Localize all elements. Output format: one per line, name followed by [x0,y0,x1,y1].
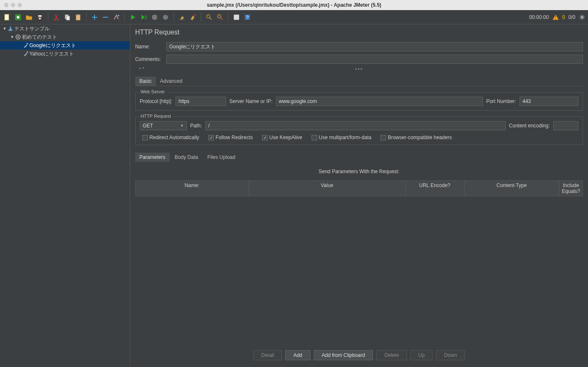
tab-advanced[interactable]: Advanced [156,77,186,86]
port-label: Port Number: [486,98,516,104]
tab-files-upload[interactable]: Files Upload [203,153,240,162]
stop-icon[interactable] [150,13,159,22]
main-toolbar: ? 00:00:00 ! 0 0/0 [0,10,588,24]
encoding-input[interactable] [553,121,578,130]
remove-icon[interactable] [101,13,110,22]
tree-label: 初めてのテスト [22,34,57,41]
shutdown-icon[interactable] [161,13,170,22]
encoding-label: Content encoding: [509,123,550,129]
comments-label: Comments: [135,56,162,62]
bottom-button-bar: Detail Add Add from Clipboard Delete Up … [135,346,583,364]
paste-icon[interactable] [74,13,83,22]
templates-icon[interactable] [13,13,23,22]
reset-search-icon[interactable] [215,13,225,22]
path-input[interactable] [205,121,506,130]
tree-label: テストサンプル [14,25,50,32]
svg-rect-5 [39,18,41,19]
cb-follow-redirects[interactable]: ✓Follow Redirects [208,135,253,140]
chevron-down-icon: ▼ [180,124,184,128]
name-input[interactable] [166,42,583,51]
web-server-fieldset: Web Server Protocol [http]: Server Name … [135,92,583,111]
col-value[interactable]: Value [249,181,406,196]
flask-icon [7,25,14,32]
function-helper-icon[interactable] [232,13,241,22]
add-from-clipboard-button[interactable]: Add from Clipboard [314,350,373,360]
save-icon[interactable] [35,13,45,22]
tree-item-http-request-yahoo[interactable]: Yahooにリクエスト [0,50,130,58]
svg-point-25 [26,43,28,45]
config-tabs: Basic Advanced [135,77,583,86]
protocol-label: Protocol [http]: [140,98,172,104]
test-plan-tree[interactable]: ▼ テストサンプル ▼ 初めてのテスト Googleにリクエスト Yahooにリ… [0,24,130,367]
clear-all-icon[interactable] [188,13,197,22]
window-max-dot[interactable] [18,3,22,7]
svg-text:!: ! [555,16,556,20]
svg-point-26 [26,51,28,53]
tab-body-data[interactable]: Body Data [171,153,202,162]
tab-basic[interactable]: Basic [135,77,156,86]
collapse-splitter[interactable]: ••• [135,67,583,73]
server-label: Server Name or IP: [229,98,273,104]
svg-rect-9 [66,16,70,20]
help-icon[interactable]: ? [243,13,252,22]
cb-multipart[interactable]: Use multipart/form-data [312,135,371,140]
thread-ratio: 0/0 [568,14,575,20]
col-urlencode[interactable]: URL Encode? [406,181,465,196]
cut-icon[interactable] [52,13,61,22]
dropper-icon [22,50,29,57]
add-button[interactable]: Add [285,350,310,360]
run-noTimers-icon[interactable] [139,13,148,22]
col-include-equals[interactable]: Include Equals? [559,181,583,196]
svg-point-24 [17,36,19,38]
method-select[interactable]: GET ▼ [140,121,187,130]
copy-icon[interactable] [63,13,72,22]
params-caption: Send Parameters With the Request: [135,169,583,174]
col-name[interactable]: Name: [136,181,249,196]
svg-text:?: ? [246,15,249,20]
delete-button[interactable]: Delete [376,350,407,360]
svg-rect-4 [38,15,42,17]
toggle-icon[interactable] [112,13,121,22]
panel-title: HTTP Request [135,29,583,36]
svg-point-2 [17,16,19,18]
tree-item-http-request-google[interactable]: Googleにリクエスト [0,41,130,50]
server-input[interactable] [276,97,483,106]
window-min-dot[interactable] [11,3,15,7]
gear-icon [14,34,22,40]
chevron-down-icon[interactable]: ▼ [10,35,14,39]
svg-marker-13 [152,15,157,20]
http-request-fieldset: HTTP Request GET ▼ Path: Content encodin… [135,116,583,145]
warning-icon[interactable]: ! [552,14,559,21]
svg-point-12 [118,15,119,16]
tree-item-test-plan[interactable]: ▼ テストサンプル [0,24,130,33]
chevron-down-icon[interactable]: ▼ [3,26,7,31]
tree-label: Yahooにリクエスト [29,50,74,58]
expand-icon[interactable] [579,14,585,21]
cb-browser-compat[interactable]: Browser-compatible headers [381,135,452,140]
svg-rect-15 [179,19,184,20]
tree-label: Googleにリクエスト [29,42,76,49]
open-file-icon[interactable] [24,13,34,22]
col-content-type[interactable]: Content-Type [465,181,559,196]
svg-point-14 [163,15,168,20]
tab-parameters[interactable]: Parameters [135,153,170,162]
run-icon[interactable] [128,13,137,22]
add-icon[interactable] [90,13,99,22]
editor-panel: HTTP Request Name: Comments: ••• Basic A… [130,24,588,367]
name-label: Name: [135,44,162,50]
protocol-input[interactable] [176,97,226,106]
port-input[interactable] [520,97,578,106]
down-button[interactable]: Down [436,350,465,360]
elapsed-timer: 00:00:00 [529,14,549,20]
search-icon[interactable] [205,13,214,22]
tree-item-thread-group[interactable]: ▼ 初めてのテスト [0,33,130,41]
clear-icon[interactable] [177,13,186,22]
up-button[interactable]: Up [410,350,433,360]
new-file-icon[interactable] [3,13,12,22]
cb-keepalive[interactable]: ✓Use KeepAlive [262,135,302,140]
window-close-dot[interactable] [4,3,8,7]
detail-button[interactable]: Detail [253,350,282,360]
comments-input[interactable] [166,55,583,64]
data-tabs: Parameters Body Data Files Upload [135,153,583,162]
cb-redirect-auto[interactable]: Redirect Automatically [142,135,200,140]
